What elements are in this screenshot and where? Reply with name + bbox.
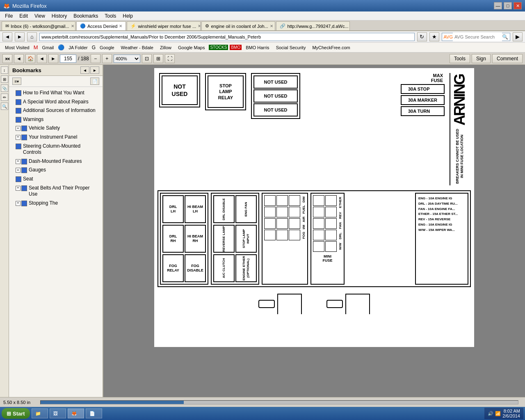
- lt-btn-5[interactable]: 🔍: [1, 103, 8, 110]
- bookmark-button[interactable]: ★: [429, 32, 439, 41]
- lt-btn-3[interactable]: 📎: [1, 84, 8, 92]
- menu-bookmarks[interactable]: Bookmarks: [70, 12, 101, 20]
- sidebar-label-seat: Seat: [23, 176, 33, 183]
- bm-icon-warnings: [16, 117, 21, 123]
- pdf-zoom-select[interactable]: 400% 200% 150% 100%: [114, 55, 140, 63]
- sidebar-item-repairs[interactable]: A Special Word about Repairs: [9, 98, 103, 107]
- taskbar-explorer[interactable]: 📁: [32, 409, 48, 418]
- sidebar-item-steering[interactable]: Steering Column-Mounted Controls: [9, 142, 103, 157]
- pdf-zoom-in[interactable]: +: [102, 54, 112, 63]
- home-button[interactable]: ⌂: [27, 32, 37, 41]
- sidebar-collapse-left[interactable]: ◄: [80, 66, 89, 74]
- pdf-toolbar: ⏮ ◄ 🏠 ◄ ► / 188 − + 400% 200% 150% 100% …: [0, 52, 525, 65]
- forward-button[interactable]: ►: [15, 32, 25, 41]
- fuse-label-ether: ETHER: [338, 197, 342, 208]
- sidebar-item-seatbelts[interactable]: + Seat Belts And Their Proper Use: [9, 184, 103, 199]
- bm-ja[interactable]: JA Folder: [66, 44, 90, 51]
- pdf-fit-page[interactable]: ⊡: [142, 54, 152, 63]
- tab-access-denied[interactable]: 🔵 Access Denied ✕: [76, 21, 126, 30]
- fuse-label-ww2: W/W: [338, 243, 342, 250]
- menu-view[interactable]: View: [31, 12, 48, 20]
- pdf-page-input[interactable]: [60, 55, 76, 63]
- close-button[interactable]: ✕: [514, 2, 522, 9]
- bm-icon-sources: [16, 108, 21, 114]
- maximize-button[interactable]: □: [504, 2, 512, 9]
- pdf-next-page[interactable]: 🏠: [25, 54, 35, 63]
- sidebar-label-stopping: Stopping The: [29, 200, 58, 207]
- bm-google-maps[interactable]: Google Maps: [176, 44, 207, 51]
- taskbar-acrobat[interactable]: 📄: [86, 409, 102, 418]
- expand-stopping[interactable]: +: [16, 201, 21, 206]
- sidebar-item-howto[interactable]: How to Find What You Want: [9, 89, 103, 98]
- expand-dash[interactable]: +: [16, 159, 21, 164]
- bm-gmail[interactable]: Gmail: [40, 44, 57, 51]
- search-input[interactable]: [453, 33, 502, 41]
- bm-google[interactable]: Google: [97, 44, 116, 51]
- sidebar-item-stopping[interactable]: + Stopping The: [9, 199, 103, 208]
- bm-social-security[interactable]: Social Security: [274, 44, 308, 51]
- pdf-fit-width[interactable]: ⊞: [153, 54, 163, 63]
- expand-instrument[interactable]: +: [16, 135, 21, 140]
- lt-btn-4[interactable]: ✏: [1, 94, 8, 101]
- taskbar-firefox[interactable]: 🦊: [68, 409, 84, 418]
- tab-favicon-inbox: ✉: [5, 23, 9, 29]
- pdf-first-page[interactable]: ⏮: [2, 54, 12, 63]
- sidebar-collapse-right[interactable]: ►: [90, 66, 99, 74]
- sidebar-item-gauges[interactable]: + Gauges: [9, 166, 103, 175]
- tab-url5[interactable]: 🔗 http://www.g...799247,d.aWc... ✕: [276, 21, 350, 30]
- pdf-last-page[interactable]: ►: [48, 54, 58, 63]
- pdf-comment-button[interactable]: Comment: [492, 54, 523, 63]
- sidebar-item-instrument[interactable]: + Your Instrument Panel: [9, 133, 103, 142]
- fuse-mini-3: [313, 207, 324, 217]
- taskbar-paint[interactable]: 🖼: [50, 409, 66, 418]
- bm-weather[interactable]: Weather - Bdale: [119, 44, 156, 51]
- lt-btn-1[interactable]: ↕: [1, 66, 8, 74]
- options-button[interactable]: ▶: [513, 32, 523, 41]
- pdf-zoom-out[interactable]: −: [91, 54, 100, 63]
- tab-close-inbox[interactable]: ✕: [71, 24, 74, 28]
- menu-edit[interactable]: Edit: [16, 12, 31, 20]
- expand-seatbelts[interactable]: +: [16, 186, 21, 191]
- tab-engine-oil[interactable]: ⚙ engine oil in coolant of Joh... ✕: [201, 21, 275, 30]
- back-button[interactable]: ◄: [2, 32, 12, 41]
- fuse-not-used-1: NOT USED: [253, 75, 298, 89]
- menu-help[interactable]: Help: [119, 12, 136, 20]
- sidebar-item-vehicle-safety[interactable]: + Vehicle Safety: [9, 124, 103, 133]
- tab-inbox[interactable]: ✉ Inbox (6) - wtolkson@gmail... ✕: [2, 21, 75, 30]
- tab-close-wiper[interactable]: ✕: [198, 24, 201, 28]
- start-button[interactable]: ⊞ Start: [2, 408, 30, 419]
- pdf-area[interactable]: NOTUSED STOPLAMPRELAY NOT USED NOT USED …: [103, 65, 525, 397]
- pdf-tools-button[interactable]: Tools: [450, 54, 470, 63]
- fuse-mini-2: [325, 195, 337, 206]
- expand-gauges[interactable]: +: [16, 168, 21, 173]
- expand-vehicle-safety[interactable]: +: [16, 126, 21, 131]
- fuse-label-fog: FOG: [302, 232, 306, 239]
- refresh-button[interactable]: ↻: [417, 32, 427, 41]
- sidebar-item-warnings[interactable]: Warnings: [9, 115, 103, 124]
- bm-bmo[interactable]: BMO Harris: [243, 44, 272, 51]
- bm-mycheckfree[interactable]: MyCheckFree.com: [310, 44, 352, 51]
- minimize-button[interactable]: —: [494, 2, 502, 9]
- tab-close-access[interactable]: ✕: [119, 24, 122, 28]
- pdf-full-screen[interactable]: ⛶: [165, 54, 175, 63]
- sidebar-item-sources[interactable]: Additional Sources of Information: [9, 106, 103, 115]
- lt-btn-2[interactable]: ⊞: [1, 75, 8, 83]
- fuse-stop-lamp-input: STOP LAMP INPUT: [235, 225, 257, 253]
- search-icon[interactable]: 🔍: [502, 34, 508, 40]
- bm-most-visited[interactable]: Most Visited: [2, 44, 32, 51]
- menu-tools[interactable]: Tools: [101, 12, 119, 20]
- sidebar-view-btn[interactable]: ≡▾: [12, 78, 21, 85]
- tab-wiper[interactable]: ⚡ winshield wiper motor fuse ... ✕: [127, 21, 201, 30]
- bm-zillow[interactable]: Zillow: [158, 44, 174, 51]
- menu-file[interactable]: File: [2, 12, 16, 20]
- sidebar-new-btn[interactable]: 📄: [90, 78, 99, 85]
- sidebar-item-dash[interactable]: + Dash-Mounted Features: [9, 157, 103, 166]
- sidebar-item-seat[interactable]: Seat: [9, 175, 103, 184]
- menu-history[interactable]: History: [48, 12, 70, 20]
- fuse-not-used-large: NOTUSED: [162, 75, 198, 105]
- pdf-sign-button[interactable]: Sign: [472, 54, 491, 63]
- pdf-next-page2[interactable]: ◄: [37, 54, 47, 63]
- tab-close-engine[interactable]: ✕: [270, 24, 273, 28]
- pdf-prev-page[interactable]: ◄: [14, 54, 24, 63]
- url-input[interactable]: [39, 33, 415, 41]
